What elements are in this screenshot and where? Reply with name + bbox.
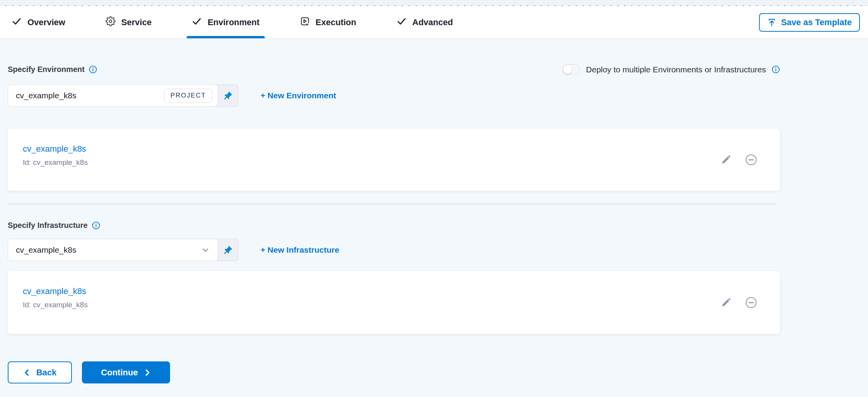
- check-icon: [192, 16, 202, 29]
- chevron-left-icon: [23, 369, 31, 376]
- new-environment-link[interactable]: + New Environment: [260, 91, 336, 100]
- infrastructure-input-row: cv_example_k8s + New Infrastructure: [8, 239, 339, 261]
- check-icon: [12, 16, 22, 29]
- environment-card: cv_example_k8s Id: cv_example_k8s: [8, 128, 780, 191]
- toggle-knob: [563, 65, 572, 74]
- environment-header-row: Specify Environment Deploy to multiple E…: [8, 64, 780, 75]
- section-divider: [8, 204, 776, 204]
- edit-infrastructure-button[interactable]: [721, 298, 731, 307]
- infrastructure-id-text: Id: cv_example_k8s: [23, 301, 780, 309]
- upload-icon: [767, 18, 776, 27]
- infrastructure-card: cv_example_k8s Id: cv_example_k8s: [8, 271, 780, 334]
- minus-circle-icon: [745, 296, 757, 309]
- remove-infrastructure-button[interactable]: [745, 296, 757, 309]
- tab-service[interactable]: Service: [106, 6, 151, 38]
- check-icon: [397, 16, 407, 29]
- pin-button[interactable]: [215, 84, 238, 107]
- pencil-icon: [721, 155, 731, 164]
- scope-badge: PROJECT: [164, 89, 212, 103]
- continue-label: Continue: [101, 368, 138, 378]
- environment-id-text: Id: cv_example_k8s: [23, 158, 780, 167]
- multi-deploy-toggle-label: Deploy to multiple Environments or Infra…: [586, 65, 766, 74]
- stage-tabbar: Overview Service Environment Execution A…: [0, 6, 868, 39]
- back-button[interactable]: Back: [8, 361, 72, 383]
- infrastructure-header-row: Specify Infrastructure: [8, 221, 100, 230]
- top-dotted-strip: [0, 0, 868, 6]
- multi-deploy-toggle[interactable]: [562, 64, 580, 75]
- multi-deploy-toggle-row: Deploy to multiple Environments or Infra…: [562, 64, 780, 75]
- environment-name-input[interactable]: [16, 91, 160, 100]
- new-infrastructure-link[interactable]: + New Infrastructure: [260, 245, 339, 255]
- remove-environment-button[interactable]: [745, 153, 757, 166]
- environment-field: PROJECT: [8, 84, 218, 107]
- pin-icon: [223, 245, 233, 255]
- infrastructure-name-link[interactable]: cv_example_k8s: [23, 286, 86, 296]
- tab-label: Overview: [27, 17, 65, 27]
- tab-overview[interactable]: Overview: [12, 6, 65, 38]
- tab-label: Environment: [208, 17, 259, 27]
- save-as-template-button[interactable]: Save as Template: [759, 13, 860, 32]
- pencil-icon: [721, 298, 731, 307]
- tab-execution[interactable]: Execution: [300, 6, 356, 38]
- infrastructure-card-actions: [721, 296, 757, 309]
- chevron-down-icon: [201, 246, 210, 255]
- chevron-right-icon: [143, 369, 151, 376]
- environment-card-actions: [721, 153, 757, 166]
- infrastructure-select[interactable]: cv_example_k8s: [8, 239, 218, 261]
- gear-icon: [106, 16, 116, 29]
- environment-field-group: PROJECT: [8, 84, 238, 107]
- minus-circle-icon: [745, 153, 757, 166]
- infrastructure-field-group: cv_example_k8s: [8, 239, 238, 261]
- info-icon[interactable]: [89, 65, 97, 74]
- info-icon[interactable]: [92, 221, 100, 229]
- execution-play-icon: [300, 16, 310, 29]
- environment-input-row: PROJECT + New Environment: [8, 84, 336, 107]
- tab-advanced[interactable]: Advanced: [397, 6, 453, 38]
- tab-label: Execution: [316, 17, 356, 27]
- save-as-template-label: Save as Template: [781, 17, 852, 27]
- continue-button[interactable]: Continue: [82, 361, 170, 383]
- environment-name-link[interactable]: cv_example_k8s: [23, 144, 86, 154]
- pin-icon: [223, 91, 233, 101]
- footer-actions: Back Continue: [8, 361, 170, 383]
- infrastructure-select-value: cv_example_k8s: [16, 245, 197, 255]
- tab-label: Advanced: [412, 17, 453, 27]
- tab-environment[interactable]: Environment: [192, 6, 259, 38]
- specify-environment-label: Specify Environment: [8, 65, 97, 74]
- tab-label: Service: [121, 17, 151, 27]
- info-icon[interactable]: [772, 65, 780, 74]
- specify-infrastructure-label: Specify Infrastructure: [8, 221, 100, 230]
- back-label: Back: [36, 368, 57, 378]
- tab-list: Overview Service Environment Execution A…: [12, 6, 453, 38]
- edit-environment-button[interactable]: [721, 155, 731, 164]
- pin-button[interactable]: [215, 239, 238, 261]
